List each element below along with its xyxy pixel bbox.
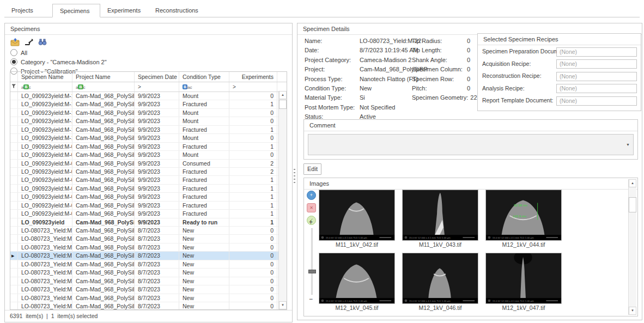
comment-dropdown[interactable]: ▼ xyxy=(308,134,634,155)
table-row[interactable]: LO_090923yield:M-05Cam-Mad_968_PolySiBP9… xyxy=(10,176,287,184)
table-row[interactable]: LO-080723_Yield:M-16Cam-Mad_968_PolySiBP… xyxy=(10,302,287,310)
cell-project-name: Cam-Mad_968_PolySiBP xyxy=(72,117,135,125)
table-row[interactable]: LO_090923yield:M-11Cam-Mad_968_PolySiBP9… xyxy=(10,126,287,134)
add-image-icon[interactable]: + xyxy=(307,191,316,200)
table-row[interactable]: LO_090923yield:M-03Cam-Mad_968_PolySiBP9… xyxy=(10,193,287,201)
table-row[interactable]: LO-080723_Yield:M-21Cam-Mad_968_PolySiBP… xyxy=(10,260,287,269)
cell-project-name: Cam-Mad_968_PolySiBP xyxy=(72,151,135,159)
table-row[interactable]: LO_090923yield:M-13Cam-Mad_968_PolySiBP9… xyxy=(10,109,287,117)
table-row[interactable]: LO_090923yield:M-14Cam-Mad_968_PolySiBP9… xyxy=(10,100,287,108)
scrollbar-thumb[interactable] xyxy=(279,100,287,109)
filter-cell-specimen-name[interactable]: aBc xyxy=(18,82,72,92)
delete-image-icon[interactable]: ✕ xyxy=(307,203,316,212)
zoom-in-icon[interactable]: + xyxy=(309,218,313,226)
recipe-row: Report Template Document:(None) xyxy=(478,94,641,107)
panel-splitter[interactable] xyxy=(294,23,295,320)
filter-funnel-cell[interactable] xyxy=(10,82,18,92)
instrument-icon[interactable] xyxy=(24,38,34,46)
scroll-down-icon[interactable]: ▼ xyxy=(279,301,287,309)
table-row[interactable]: ▶LO-080723_Yield:M-22Cam-Mad_968_PolySiB… xyxy=(10,252,287,260)
table-row[interactable]: LO_090923yield:M-06Cam-Mad_968_PolySiBP9… xyxy=(10,168,287,176)
image-thumbnail[interactable]: 15.0 kV 12 000 x 4.1 mm TLD 1.00 µmM12_1… xyxy=(402,253,478,312)
scroll-up-icon[interactable]: ▲ xyxy=(629,179,636,187)
cell-specimen-name: LO-080723_Yield:M-25 xyxy=(18,227,72,234)
scrollbar-thumb[interactable] xyxy=(629,197,636,212)
grid-header-row: Specimen NameProject NameSpecimen Date▼C… xyxy=(10,72,287,82)
filter-radio-category[interactable]: Category - "Cameca-Madison 2" xyxy=(10,58,107,67)
table-row[interactable]: LO_090923yield:M-02Cam-Mad_968_PolySiBP9… xyxy=(10,202,287,210)
grid-vertical-scrollbar[interactable]: ▲ ▼ xyxy=(278,91,287,309)
cell-specimen-name: LO_090923yield:M-06 xyxy=(18,168,72,175)
image-thumbnail[interactable]: 15.0 kV 12 000 x 4.1 mm TLD 1.00 µmM11_1… xyxy=(319,190,395,249)
images-vertical-scrollbar[interactable]: ▲ ▼ xyxy=(628,179,636,315)
recipe-row: Acquisition Recipe:(None) xyxy=(478,58,641,70)
scroll-down-icon[interactable]: ▼ xyxy=(629,307,636,315)
image-thumbnail[interactable]: 15.0 kV 12 000 x 4.1 mm TLD 1.00 µmM12_1… xyxy=(319,253,395,312)
svg-text:15.0 kV 12 000 x 4.1 mm: 15.0 kV 12 000 x 4.1 mm TLD 1.00 µm xyxy=(326,300,367,302)
column-header-specimen-name[interactable]: Specimen Name xyxy=(18,72,72,82)
cell-project-name: Cam-Mad_968_PolySiBP xyxy=(72,260,135,268)
recipe-input-acquisition-recipe[interactable]: (None) xyxy=(556,59,637,69)
zoom-slider-handle[interactable] xyxy=(308,270,316,273)
table-row[interactable]: LO-080723_Yield:M-19Cam-Mad_968_PolySiBP… xyxy=(10,277,287,285)
table-row[interactable]: LO-080723_Yield:M-18Cam-Mad_968_PolySiBP… xyxy=(10,285,287,294)
column-header-experiments[interactable]: Experiments xyxy=(229,72,277,82)
table-row[interactable]: LO_090923yield:M-15Cam-Mad_968_PolySiBP9… xyxy=(10,92,287,100)
edit-button[interactable]: Edit xyxy=(303,163,321,175)
table-row[interactable]: LO_090923yieldCam-Mad_968_PolySiBP9/9/20… xyxy=(10,218,287,227)
recipe-input-reconstruction-recipe[interactable]: (None) xyxy=(556,72,637,81)
binoculars-icon[interactable] xyxy=(38,38,47,46)
table-row[interactable]: LO_090923yield:M-01Cam-Mad_968_PolySiBP9… xyxy=(10,210,287,218)
table-row[interactable]: LO_090923yield:M-09Cam-Mad_968_PolySiBP9… xyxy=(10,143,287,151)
cell-experiments: 0 xyxy=(229,277,277,285)
filter-cell-project-name[interactable]: aBc xyxy=(72,82,135,92)
filter-radio-all[interactable]: All xyxy=(10,48,107,58)
column-header-specimen-date[interactable]: Specimen Date▼ xyxy=(135,72,179,82)
row-indicator xyxy=(10,92,18,100)
cell-project-name: Cam-Mad_968_PolySiBP xyxy=(72,193,135,200)
table-row[interactable]: LO-080723_Yield:M-17Cam-Mad_968_PolySiBP… xyxy=(10,294,287,302)
detail-label: Post Mortem Type: xyxy=(305,103,360,112)
scroll-up-icon[interactable]: ▲ xyxy=(279,91,287,99)
tab-experiments[interactable]: Experiments xyxy=(100,4,148,17)
cell-experiments: 0 xyxy=(229,235,277,242)
recipe-input-report-template-document[interactable]: (None) xyxy=(556,96,637,106)
table-row[interactable]: LO_090923yield:M-04Cam-Mad_968_PolySiBP9… xyxy=(10,185,287,193)
recipe-input-specimen-preparation-document[interactable]: (None) xyxy=(556,47,637,57)
image-thumbnail[interactable]: 15.0 kV 12 000 x 4.1 mm TLD 1.00 µmM12_1… xyxy=(485,253,562,312)
table-row[interactable]: LO_090923yield:M-10Cam-Mad_968_PolySiBP9… xyxy=(10,134,287,142)
cell-specimen-name: LO_090923yield:M-11 xyxy=(18,126,72,133)
cell-specimen-date: 8/7/2023 xyxy=(135,269,179,276)
table-row[interactable]: LO_090923yield:M-12Cam-Mad_968_PolySiBP9… xyxy=(10,117,287,125)
table-row[interactable]: LO_090923yield:M-07Cam-Mad_968_PolySiBP9… xyxy=(10,160,287,168)
tab-projects[interactable]: Projects xyxy=(4,4,52,17)
cell-specimen-date: 9/9/2023 xyxy=(135,210,179,217)
zoom-slider-track[interactable] xyxy=(311,228,313,295)
zoom-out-icon[interactable]: − xyxy=(309,295,313,303)
cell-condition-type: Fractured xyxy=(179,185,229,192)
cell-specimen-date: 9/9/2023 xyxy=(135,134,179,142)
table-row[interactable]: LO-080723_Yield:M-25Cam-Mad_968_PolySiBP… xyxy=(10,227,287,235)
cell-specimen-name: LO-080723_Yield:M-22 xyxy=(18,252,72,259)
table-row[interactable]: LO-080723_Yield:M-24Cam-Mad_968_PolySiBP… xyxy=(10,235,287,243)
mail-import-icon[interactable] xyxy=(10,38,20,46)
filter-cell-experiments[interactable]: > xyxy=(229,82,277,92)
table-row[interactable]: LO_090923yield:M-08Cam-Mad_968_PolySiBP9… xyxy=(10,151,287,159)
table-row[interactable]: LO-080723_Yield:M-23Cam-Mad_968_PolySiBP… xyxy=(10,243,287,252)
cell-project-name: Cam-Mad_968_PolySiBP xyxy=(72,134,135,142)
column-header-project-name[interactable]: Project Name xyxy=(72,72,135,82)
filter-cell-condition-type[interactable]: Bac xyxy=(179,82,229,92)
image-thumbnail[interactable]: 92.58 nm120.9 nm15.0 kV 12 000 x 4.1 mm … xyxy=(485,190,562,249)
filter-cell-specimen-date[interactable]: > xyxy=(135,82,179,92)
table-row[interactable]: LO-080723_Yield:M-20Cam-Mad_968_PolySiBP… xyxy=(10,269,287,277)
detail-value: 0 xyxy=(467,57,470,63)
recipe-label: Report Template Document: xyxy=(482,94,556,107)
column-header-condition-type[interactable]: Condition Type xyxy=(179,72,229,82)
tab-reconstructions[interactable]: Reconstructions xyxy=(148,4,196,17)
cell-condition-type: Fractured xyxy=(179,143,229,150)
recipe-input-analysis-recipe[interactable]: (None) xyxy=(556,84,637,93)
image-thumbnail[interactable]: 15.0 kV 12 000 x 4.1 mm TLD 1.00 µmM11_1… xyxy=(402,190,478,249)
cell-condition-type: Fractured xyxy=(179,126,229,133)
cell-specimen-date: 9/9/2023 xyxy=(135,92,179,100)
tab-specimens[interactable]: Specimens xyxy=(52,4,100,17)
